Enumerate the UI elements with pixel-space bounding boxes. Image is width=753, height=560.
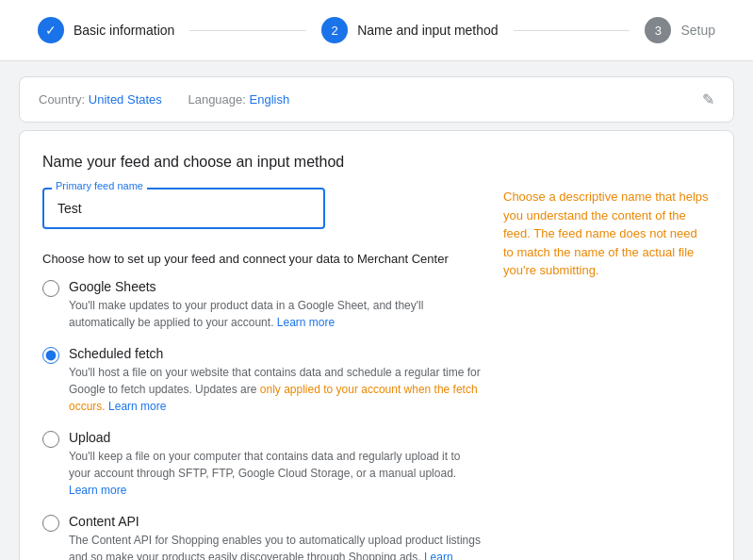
step-connector-1 [189,30,306,31]
learn-more-scheduled-fetch[interactable]: Learn more [108,400,166,413]
stepper: ✓ Basic information 2 Name and input met… [0,0,753,61]
card-title: Name your feed and choose an input metho… [42,154,711,171]
radio-upload[interactable] [42,431,59,448]
radio-desc-upload: You'll keep a file on your computer that… [69,448,481,499]
radio-title-content-api: Content API [69,514,481,529]
step-number-3: 3 [655,24,662,38]
step-circle-2: 2 [321,17,348,43]
radio-wrapper-scheduled-fetch [42,347,59,367]
info-bar-content: Country: United States Language: English [39,92,289,107]
country-label: Country: [39,92,85,107]
language-value: English [250,92,290,107]
learn-more-upload[interactable]: Learn more [69,484,126,497]
card-inner: Primary feed name Choose how to set up y… [42,188,711,560]
radio-desc-google-sheets: You'll make updates to your product data… [69,297,481,331]
card-hint: Choose a descriptive name that helps you… [503,188,711,560]
feed-name-wrapper: Primary feed name [42,188,325,229]
radio-desc-scheduled-fetch: You'll host a file on your website that … [69,364,481,415]
step-basic-info: ✓ Basic information [38,17,174,43]
step-setup: 3 Setup [645,17,715,43]
radio-wrapper-content-api [42,515,59,535]
checkmark-icon: ✓ [45,23,57,38]
edit-icon[interactable]: ✎ [702,91,714,108]
language-label: Language: [188,92,245,107]
radio-item-upload: Upload You'll keep a file on your comput… [42,430,481,499]
radio-item-content-api: Content API The Content API for Shopping… [42,514,481,560]
main-card: Name your feed and choose an input metho… [19,130,734,560]
input-label: Primary feed name [52,180,147,191]
card-left: Primary feed name Choose how to set up y… [42,188,481,560]
radio-wrapper-google-sheets [42,280,59,300]
step-label-2: Name and input method [357,23,498,38]
radio-desc-content-api: The Content API for Shopping enables you… [69,532,481,560]
input-method-radio-group: Google Sheets You'll make updates to you… [42,279,481,560]
step-name-input: 2 Name and input method [321,17,498,43]
step-circle-3: 3 [645,17,671,43]
section-subtitle: Choose how to set up your feed and conne… [42,252,481,266]
radio-google-sheets[interactable] [42,280,59,297]
radio-title-scheduled-fetch: Scheduled fetch [69,346,481,361]
step-circle-1: ✓ [38,17,64,43]
step-number-2: 2 [332,24,338,38]
hint-text: Choose a descriptive name that helps you… [503,188,711,280]
radio-title-upload: Upload [69,430,481,445]
radio-content-google-sheets: Google Sheets You'll make updates to you… [69,279,481,331]
country-value: United States [89,92,162,107]
radio-wrapper-upload [42,431,59,451]
radio-item-google-sheets: Google Sheets You'll make updates to you… [42,279,481,331]
radio-content-upload: Upload You'll keep a file on your comput… [69,430,481,499]
radio-scheduled-fetch[interactable] [42,347,59,364]
radio-content-scheduled-fetch: Scheduled fetch You'll host a file on yo… [69,346,481,415]
step-label-1: Basic information [74,23,174,38]
info-bar: Country: United States Language: English… [19,76,734,123]
radio-content-content-api: Content API The Content API for Shopping… [69,514,481,560]
radio-item-scheduled-fetch: Scheduled fetch You'll host a file on yo… [42,346,481,415]
step-label-3: Setup [680,23,715,38]
feed-name-input[interactable] [42,188,325,229]
radio-title-google-sheets: Google Sheets [69,279,481,294]
step-connector-2 [514,30,630,31]
learn-more-google-sheets[interactable]: Learn more [277,316,335,329]
radio-content-api[interactable] [42,515,59,532]
